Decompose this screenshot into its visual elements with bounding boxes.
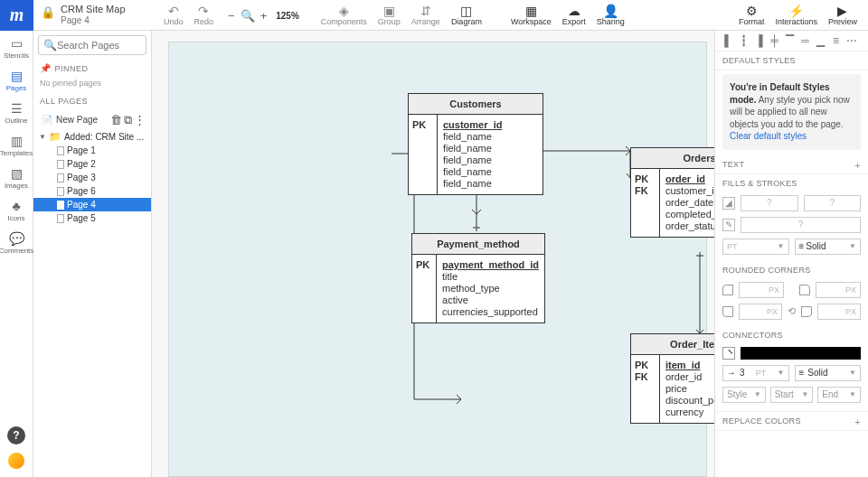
- fill-swatch[interactable]: ◢: [722, 197, 735, 210]
- entity-orders[interactable]: Orders PKFKorder_idcustomer_idorder_date…: [630, 147, 714, 238]
- connector-end-field[interactable]: End▼: [817, 387, 861, 403]
- folder-row[interactable]: ▼ 📁 Added: CRM Site ...: [33, 130, 151, 144]
- undo-icon: ↶: [168, 5, 179, 17]
- stroke-style-field[interactable]: ≡Solid▼: [795, 238, 862, 255]
- stroke-width-field[interactable]: PT▼: [722, 238, 789, 255]
- new-page-button[interactable]: 📄New Page: [38, 112, 106, 127]
- pages-icon: ▤: [11, 69, 23, 83]
- corner-tl-field[interactable]: PX: [739, 282, 784, 298]
- connector-start-field[interactable]: Start▼: [770, 387, 814, 403]
- connector-line-style-field[interactable]: ≡Solid▼: [795, 365, 862, 381]
- delete-page-button[interactable]: 🗑: [109, 113, 123, 127]
- entity-field: currencies_supported: [442, 306, 539, 318]
- workspace-button[interactable]: ▦Workspace: [505, 3, 557, 28]
- corner-br-field[interactable]: PX: [817, 304, 861, 320]
- entity-key: [416, 306, 432, 318]
- page-icon: [57, 146, 64, 155]
- pages-panel: 🔍 📌PINNED No pinned pages ALL PAGES 📄New…: [33, 31, 152, 477]
- document-info: 🔒 CRM Site Map Page 4: [33, 0, 133, 29]
- user-avatar[interactable]: [7, 452, 25, 470]
- page-row[interactable]: Page 2: [33, 157, 151, 171]
- page-tree: ▼ 📁 Added: CRM Site ... Page 1Page 2Page…: [33, 130, 151, 225]
- expand-icon[interactable]: ▼: [39, 133, 46, 141]
- align-bottom-button[interactable]: ▁: [813, 34, 828, 47]
- help-button[interactable]: ?: [7, 426, 25, 444]
- page-icon: [57, 187, 64, 196]
- redo-button[interactable]: ↷Redo: [189, 3, 220, 28]
- add-replace-color-button[interactable]: +: [854, 416, 861, 427]
- entity-title: Orders: [631, 148, 714, 169]
- entity-field: order_id: [665, 371, 714, 383]
- align-more-button[interactable]: ⋯: [844, 34, 859, 47]
- group-icon: ▣: [383, 5, 395, 17]
- page-row[interactable]: Page 4: [33, 198, 151, 211]
- entity-field: field_name: [443, 131, 502, 143]
- zoom-in-button[interactable]: +: [257, 9, 271, 23]
- add-text-style-button[interactable]: +: [854, 160, 861, 171]
- link-corners-icon[interactable]: ⟲: [788, 305, 796, 317]
- entity-title: Customers: [409, 94, 542, 115]
- rail-templates[interactable]: ▥Templates: [0, 128, 33, 161]
- components-button[interactable]: ◈Components: [316, 3, 373, 28]
- default-styles-info: You're in Default Styles mode. Any style…: [722, 74, 861, 150]
- align-right-button[interactable]: ▐: [751, 34, 767, 47]
- zoom-out-button[interactable]: −: [224, 9, 239, 23]
- app-logo[interactable]: m: [0, 0, 33, 31]
- distribute-v-button[interactable]: ≡: [828, 34, 844, 47]
- entity-title: Order_Items: [631, 334, 714, 355]
- entity-payment-method[interactable]: Payment_method PKpayment_method_idtitlem…: [411, 233, 545, 323]
- group-button[interactable]: ▣Group: [373, 3, 406, 28]
- page-row[interactable]: Page 5: [33, 211, 151, 225]
- align-center-h-button[interactable]: ┇: [736, 34, 751, 47]
- preview-button[interactable]: ▶Preview: [823, 3, 863, 28]
- arrow-size-field[interactable]: →3PT▼: [722, 365, 789, 381]
- undo-button[interactable]: ↶Undo: [158, 3, 189, 28]
- rail-stencils[interactable]: ▭Stencils: [0, 31, 33, 63]
- rail-outline[interactable]: ☰Outline: [0, 96, 33, 128]
- zoom-level[interactable]: 125%: [276, 11, 316, 21]
- distribute-h-button[interactable]: ╪: [767, 34, 782, 47]
- sharing-button[interactable]: 👤Sharing: [591, 3, 630, 28]
- page-label: Page 5: [67, 213, 96, 223]
- align-top-button[interactable]: ▔: [782, 34, 797, 47]
- stroke-swatch[interactable]: ✎: [722, 219, 735, 231]
- entity-key: FK: [635, 185, 656, 197]
- fill-field-1[interactable]: ?: [741, 195, 798, 211]
- rail-pages[interactable]: ▤Pages: [0, 63, 33, 96]
- connector-style-field[interactable]: Style▼: [722, 387, 766, 403]
- clear-default-styles-link[interactable]: Clear default styles: [730, 131, 807, 141]
- new-page-icon: 📄: [42, 115, 52, 125]
- page-row[interactable]: Page 6: [33, 184, 151, 198]
- stroke-field[interactable]: ?: [741, 217, 861, 233]
- entity-key: PK: [635, 360, 656, 371]
- duplicate-page-button[interactable]: ⧉: [123, 113, 133, 127]
- page-background[interactable]: Customers PKcustomer_idfield_namefield_n…: [168, 42, 707, 477]
- entity-field: order_date: [665, 197, 714, 209]
- connectors-header: CONNECTORS: [715, 326, 868, 344]
- rail-comments[interactable]: 💬Comments: [0, 226, 33, 258]
- canvas[interactable]: Customers PKcustomer_idfield_namefield_n…: [152, 31, 714, 477]
- rail-images[interactable]: ▧Images: [0, 161, 33, 193]
- entity-customers[interactable]: Customers PKcustomer_idfield_namefield_n…: [408, 93, 543, 195]
- diagram-button[interactable]: ◫Diagram: [446, 3, 487, 28]
- corner-tr-field[interactable]: PX: [816, 282, 861, 298]
- arrange-button[interactable]: ⇵Arrange: [406, 3, 446, 28]
- entity-field: completed_date: [665, 209, 714, 220]
- corner-bl-field[interactable]: PX: [739, 304, 782, 320]
- connector-swatch[interactable]: [722, 347, 735, 360]
- text-section-header: TEXT+: [715, 155, 868, 174]
- rail-icons[interactable]: ♣Icons: [0, 193, 33, 226]
- page-options-button[interactable]: ⋮: [133, 113, 146, 127]
- connector-color-bar[interactable]: [741, 347, 861, 360]
- page-row[interactable]: Page 3: [33, 171, 151, 184]
- interactions-button[interactable]: ⚡Interactions: [769, 3, 823, 28]
- format-button[interactable]: ⚙Format: [733, 3, 770, 28]
- document-title[interactable]: CRM Site Map: [61, 4, 126, 15]
- page-label: Page 1: [67, 145, 96, 155]
- align-middle-button[interactable]: ═: [797, 34, 813, 47]
- page-row[interactable]: Page 1: [33, 144, 151, 157]
- fill-field-2[interactable]: ?: [804, 195, 862, 211]
- align-left-button[interactable]: ▌: [721, 34, 736, 47]
- export-button[interactable]: ☁Export: [557, 3, 591, 28]
- entity-order-items[interactable]: Order_Items PKFKitem_idorder_idpricedisc…: [630, 333, 714, 424]
